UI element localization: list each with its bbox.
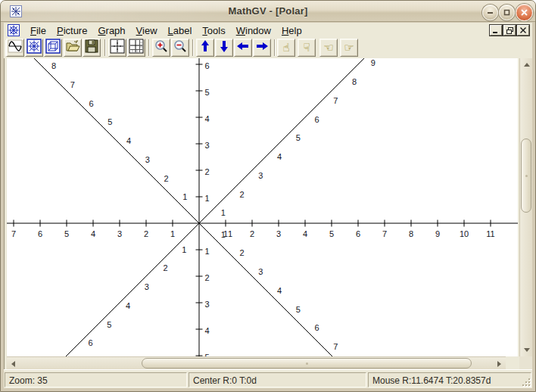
grid-line	[290, 314, 296, 320]
grid-line	[233, 183, 239, 189]
tick-label: 7	[333, 342, 338, 351]
grid-line	[233, 257, 239, 263]
hand-left-button[interactable]: ☜	[319, 39, 338, 57]
arrow-right-icon	[255, 39, 269, 56]
save-button[interactable]	[83, 39, 101, 57]
scroll-up-button[interactable]	[520, 58, 533, 71]
polar-graph-canvas[interactable]: 1234567891011112345678912345612345678123…	[7, 58, 518, 356]
menu-bar: FilePictureGraphViewLabelToolsWindowHelp	[4, 23, 532, 38]
arrow-down-button[interactable]	[215, 39, 233, 57]
horizontal-scrollbar[interactable]	[7, 356, 506, 369]
tick-label: 5	[329, 229, 334, 238]
window-title: MathGV - [Polar]	[1, 5, 535, 17]
grid-line	[290, 126, 296, 132]
graph-3d-button[interactable]	[44, 39, 62, 57]
vertical-scrollbar[interactable]	[519, 58, 532, 356]
tick-label: 3	[276, 229, 281, 238]
status-center: Center R:0 T:0d	[189, 372, 366, 387]
tick-label: 4	[204, 114, 209, 123]
tick-label: 2	[144, 229, 148, 238]
arrow-left-button[interactable]	[234, 39, 252, 57]
open-folder-button[interactable]	[64, 39, 82, 57]
grid-line	[65, 351, 71, 356]
tick-label: 7	[11, 229, 16, 238]
menu-item-window[interactable]: Window	[231, 23, 276, 38]
tick-label: 4	[126, 301, 130, 310]
scroll-down-button[interactable]	[520, 344, 533, 356]
graph-3d-icon	[45, 39, 61, 57]
polar-graph-icon	[26, 39, 42, 57]
menu-item-picture[interactable]: Picture	[51, 23, 92, 38]
zoom-in-button[interactable]	[152, 39, 170, 57]
tick-label: 6	[89, 99, 93, 108]
grid-paper-button[interactable]	[127, 39, 145, 57]
hand-up-button[interactable]: ☝	[277, 39, 295, 57]
document-area: 1234567891011112345678912345612345678123…	[4, 58, 532, 369]
tick-label: 1	[170, 229, 175, 238]
menu-item-graph[interactable]: Graph	[92, 23, 130, 38]
grid-line	[252, 164, 258, 170]
child-minimize-button[interactable]	[490, 25, 502, 36]
horizontal-scroll-thumb[interactable]	[142, 358, 472, 369]
grid-line	[159, 257, 165, 263]
child-restore-button[interactable]	[503, 25, 516, 36]
zoom-out-button[interactable]	[171, 39, 189, 57]
mdi-window-controls	[490, 25, 532, 36]
grid-axes-button[interactable]	[108, 39, 126, 57]
arrow-up-icon	[198, 39, 212, 56]
tick-label: 4	[91, 229, 95, 238]
grid-line	[308, 108, 314, 114]
tick-label: 3	[258, 267, 263, 276]
tick-label: 1	[204, 194, 209, 203]
status-bar: Zoom: 35 Center R:0 T:0d Mouse R:11.6474…	[4, 369, 532, 388]
hand-right-button[interactable]: ☞	[340, 39, 358, 57]
thumb-dot	[525, 175, 528, 177]
save-icon	[84, 39, 99, 57]
scroll-right-button[interactable]	[493, 357, 506, 370]
tick-label: 5	[64, 229, 69, 238]
grid-line	[327, 89, 333, 95]
tick-label: 1	[182, 245, 186, 254]
tick-label: 8	[352, 77, 357, 86]
menu-item-view[interactable]: View	[131, 23, 163, 38]
tick-label: 1	[228, 229, 232, 238]
hand-down-icon: ☟	[303, 41, 310, 54]
tick-label: 3	[258, 171, 263, 180]
tick-label: 1	[221, 230, 226, 239]
tick-label: 1	[204, 247, 209, 256]
close-button[interactable]	[516, 4, 533, 21]
grid-line	[177, 239, 183, 245]
polar-graph-button[interactable]	[25, 39, 43, 57]
tick-label: 2	[204, 273, 209, 282]
scroll-left-button[interactable]	[7, 357, 20, 370]
polar-grid: 1234567891011112345678912345612345678123…	[7, 58, 518, 356]
maximize-button[interactable]	[499, 5, 515, 20]
vertical-scroll-thumb[interactable]	[521, 138, 531, 213]
tick-label: 2	[163, 263, 167, 272]
minimize-button[interactable]	[482, 5, 498, 20]
arrow-right-button[interactable]	[253, 39, 271, 57]
tick-label: 7	[70, 80, 75, 89]
arrow-up-button[interactable]	[196, 39, 214, 57]
scroll-up-icon	[524, 63, 530, 67]
menu-item-help[interactable]: Help	[276, 23, 307, 38]
hand-down-button[interactable]: ☟	[298, 39, 316, 57]
toolbar-separator	[148, 39, 150, 56]
toolbar-separator	[192, 39, 194, 56]
scroll-left-icon	[11, 361, 15, 367]
menu-item-file[interactable]: File	[25, 23, 51, 38]
tick-label: 8	[409, 229, 413, 238]
function-2d-button[interactable]	[6, 39, 24, 57]
grid-line	[121, 145, 127, 151]
grid-line	[102, 126, 108, 132]
tick-label: 6	[204, 61, 209, 70]
tick-label: 6	[356, 229, 360, 238]
menu-item-tools[interactable]: Tools	[197, 23, 230, 38]
grid-line	[84, 332, 90, 338]
grid-line	[346, 70, 352, 76]
child-close-button[interactable]	[517, 25, 529, 36]
menu-item-label[interactable]: Label	[163, 23, 198, 38]
tick-label: 2	[164, 174, 168, 183]
resize-grip[interactable]	[520, 376, 530, 386]
tick-label: 3	[204, 300, 209, 309]
